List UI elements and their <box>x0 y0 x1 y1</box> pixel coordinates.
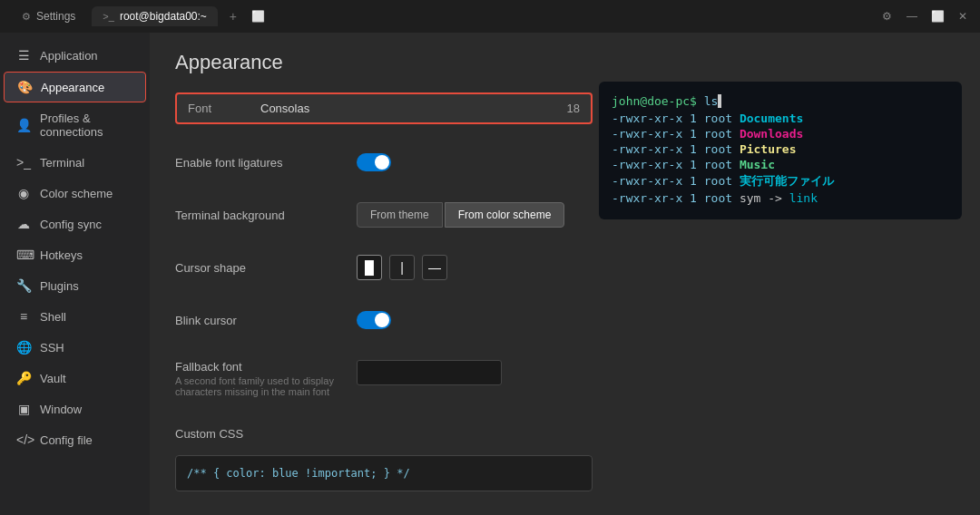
config-sync-icon: ☁ <box>16 217 31 231</box>
minimize-button[interactable]: — <box>906 10 918 23</box>
sidebar-item-vault[interactable]: 🔑 Vault <box>4 364 146 393</box>
sidebar-item-terminal-label: Terminal <box>40 156 84 170</box>
sidebar-item-config-sync[interactable]: ☁ Config sync <box>4 209 146 238</box>
application-icon: ☰ <box>16 48 31 63</box>
cursor-block[interactable]: █ <box>357 255 382 280</box>
sidebar-item-hotkeys-label: Hotkeys <box>40 248 83 262</box>
fallback-font-row: Fallback font A second font family used … <box>175 356 955 397</box>
fallback-font-label: Fallback font A second font family used … <box>175 360 357 397</box>
term-line-3: -rwxr-xr-x 1 root Pictures <box>612 142 949 156</box>
settings-icon[interactable]: ⚙ <box>880 10 893 23</box>
sidebar-item-profiles-label: Profiles & connections <box>40 112 133 139</box>
sidebar-item-config-file-label: Config file <box>40 433 93 447</box>
fallback-font-input[interactable] <box>357 360 502 385</box>
terminal-background-button-group: From theme From color scheme <box>357 202 564 228</box>
blink-toggle-knob <box>375 313 389 327</box>
terminal-background-label: Terminal background <box>175 209 357 222</box>
close-button[interactable]: ✕ <box>956 10 969 23</box>
term-cursor <box>718 94 721 108</box>
maximize-tab-button[interactable]: ⬜ <box>249 6 269 26</box>
font-selector-row[interactable]: Font Consolas 18 <box>175 92 593 124</box>
font-size-value: 18 <box>567 102 580 115</box>
cursor-shape-row: Cursor shape █ | — <box>175 251 955 284</box>
terminal-preview: john@doe-pc$ ls -rwxr-xr-x 1 root Docume… <box>599 82 962 219</box>
term-user: john@doe-pc$ <box>612 94 697 108</box>
sidebar-item-appearance-label: Appearance <box>41 81 104 94</box>
sidebar-item-hotkeys[interactable]: ⌨ Hotkeys <box>4 240 146 269</box>
sidebar-item-color-scheme[interactable]: ◉ Color scheme <box>4 179 146 208</box>
font-value: Consolas <box>260 102 567 115</box>
window-icon: ▣ <box>16 402 31 416</box>
plugins-icon: 🔧 <box>16 278 31 293</box>
blink-cursor-toggle[interactable] <box>357 311 391 329</box>
custom-css-editor[interactable]: /** { color: blue !important; } */ <box>175 455 593 491</box>
config-file-icon: </> <box>16 432 31 447</box>
sidebar-item-config-file[interactable]: </> Config file <box>4 425 146 454</box>
sidebar-item-color-scheme-label: Color scheme <box>40 187 113 200</box>
ssh-icon: 🌐 <box>16 340 31 355</box>
custom-css-label: Custom CSS <box>175 427 357 441</box>
custom-css-value: /** { color: blue !important; } */ <box>187 467 410 480</box>
sidebar: ☰ Application 🎨 Appearance 👤 Profiles & … <box>0 33 150 515</box>
cursor-bar[interactable]: | <box>389 255 415 280</box>
font-ligatures-toggle[interactable] <box>357 153 391 171</box>
appearance-icon: 🎨 <box>17 80 32 94</box>
toggle-knob <box>375 155 389 170</box>
sidebar-item-appearance[interactable]: 🎨 Appearance <box>4 72 146 102</box>
term-line-4: -rwxr-xr-x 1 root Music <box>612 158 949 171</box>
term-line-2: -rwxr-xr-x 1 root Downloads <box>612 127 949 141</box>
sidebar-item-plugins-label: Plugins <box>40 279 79 293</box>
sidebar-item-shell-label: Shell <box>40 310 66 324</box>
sidebar-item-plugins[interactable]: 🔧 Plugins <box>4 271 146 300</box>
sidebar-item-terminal[interactable]: >_ Terminal <box>4 148 146 177</box>
tab-terminal[interactable]: >_ root@bigdata00:~ <box>92 6 217 26</box>
from-theme-button[interactable]: From theme <box>357 202 443 228</box>
add-tab-button[interactable]: + <box>223 6 243 26</box>
cursor-shape-label: Cursor shape <box>175 261 357 275</box>
tab-settings-label: Settings <box>36 10 75 23</box>
sidebar-item-application-label: Application <box>40 49 98 63</box>
color-scheme-icon: ◉ <box>16 186 31 200</box>
sidebar-item-window-label: Window <box>40 403 82 416</box>
cursor-underline[interactable]: — <box>422 255 447 280</box>
tab-strip: ⚙ Settings >_ root@bigdata00:~ + ⬜ <box>11 6 269 26</box>
main-container: ☰ Application 🎨 Appearance 👤 Profiles & … <box>0 33 980 515</box>
profiles-icon: 👤 <box>16 118 31 132</box>
term-line-6: -rwxr-xr-x 1 root sym -> link <box>612 191 949 205</box>
sidebar-item-shell[interactable]: ≡ Shell <box>4 302 146 331</box>
term-line-1: -rwxr-xr-x 1 root Documents <box>612 112 949 125</box>
term-prompt: john@doe-pc$ ls <box>612 94 949 108</box>
term-command: ls <box>704 94 719 108</box>
sidebar-item-config-sync-label: Config sync <box>40 218 102 231</box>
hotkeys-icon: ⌨ <box>16 248 31 262</box>
sidebar-item-profiles[interactable]: 👤 Profiles & connections <box>4 104 146 146</box>
terminal-tab-icon: >_ <box>103 11 114 22</box>
terminal-sidebar-icon: >_ <box>16 155 31 170</box>
vault-icon: 🔑 <box>16 371 31 385</box>
sidebar-item-ssh[interactable]: 🌐 SSH <box>4 333 146 362</box>
window-controls: ⚙ — ⬜ ✕ <box>880 10 969 23</box>
sidebar-item-application[interactable]: ☰ Application <box>4 41 146 70</box>
custom-css-row: Custom CSS <box>175 417 955 450</box>
settings-tab-icon: ⚙ <box>22 11 31 23</box>
blink-cursor-row: Blink cursor <box>175 304 955 336</box>
font-ligatures-label: Enable font ligatures <box>175 156 357 170</box>
sidebar-item-ssh-label: SSH <box>40 341 64 355</box>
from-color-scheme-button[interactable]: From color scheme <box>445 202 565 228</box>
sidebar-item-vault-label: Vault <box>40 372 66 385</box>
tab-settings[interactable]: ⚙ Settings <box>11 6 86 26</box>
title-bar: ⚙ Settings >_ root@bigdata00:~ + ⬜ ⚙ — ⬜… <box>0 0 980 33</box>
cursor-shapes-group: █ | — <box>357 255 447 280</box>
sidebar-item-window[interactable]: ▣ Window <box>4 394 146 423</box>
page-title: Appearance <box>175 51 955 74</box>
tab-terminal-label: root@bigdata00:~ <box>120 10 207 23</box>
blink-cursor-label: Blink cursor <box>175 314 357 327</box>
maximize-button[interactable]: ⬜ <box>931 10 944 23</box>
term-line-5: -rwxr-xr-x 1 root 実行可能ファイル <box>612 173 949 189</box>
font-label: Font <box>188 102 260 115</box>
shell-icon: ≡ <box>16 309 31 324</box>
content-area: Appearance Font Consolas 18 Enable font … <box>150 33 980 515</box>
